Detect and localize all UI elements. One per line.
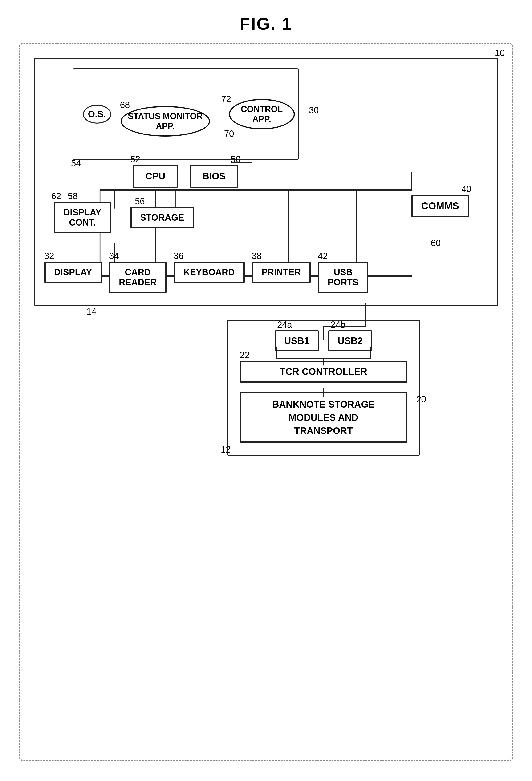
ref-32: 32 bbox=[44, 251, 54, 261]
ref-40: 40 bbox=[461, 184, 471, 194]
ref-20: 20 bbox=[416, 395, 426, 405]
ref-50: 50 bbox=[231, 154, 240, 164]
keyboard-box: KEYBOARD bbox=[173, 261, 244, 283]
card-reader-box: CARD READER bbox=[109, 261, 166, 293]
display-box: DISPLAY bbox=[44, 261, 102, 283]
page-title: FIG. 1 bbox=[240, 14, 292, 33]
usb1-box: USB1 bbox=[275, 330, 319, 351]
outer-dashed-box: 10 bbox=[19, 43, 514, 761]
usb-row: 24a USB1 24b USB2 bbox=[240, 330, 407, 351]
peripherals-row: 32 DISPLAY 34 CARD READER 36 KEYBOARD 38… bbox=[44, 261, 488, 293]
ref-38: 38 bbox=[252, 251, 262, 261]
storage-box: STORAGE bbox=[130, 207, 194, 229]
ref-24b: 24b bbox=[331, 320, 345, 330]
ref-52: 52 bbox=[130, 154, 140, 164]
ref-22: 22 bbox=[240, 350, 250, 360]
ref-14-label: 14 bbox=[87, 306, 96, 317]
os-ellipse: O.S. bbox=[83, 105, 111, 124]
comms-box: COMMS bbox=[411, 195, 469, 217]
pc-unit: O.S. 68 STATUS MONITOR APP. 72 CONTROL A… bbox=[34, 58, 498, 306]
usb-ports-box: USB PORTS bbox=[318, 261, 368, 293]
display-cont-box: DISPLAY CONT. bbox=[54, 202, 111, 233]
ref-10: 10 bbox=[495, 48, 505, 58]
ref-58: 58 bbox=[68, 191, 78, 201]
ref-30: 30 bbox=[309, 105, 319, 115]
status-monitor-ellipse: STATUS MONITOR APP. bbox=[121, 106, 210, 136]
banknote-storage-box: BANKNOTE STORAGE MODULES AND TRANSPORT bbox=[240, 392, 407, 443]
monitor-box: O.S. 68 STATUS MONITOR APP. 72 CONTROL A… bbox=[73, 68, 299, 160]
cpu-box: CPU bbox=[133, 165, 178, 188]
ref-34: 34 bbox=[109, 251, 119, 261]
ref-12: 12 bbox=[221, 445, 231, 455]
usb2-box: USB2 bbox=[328, 330, 372, 351]
tcr-controller-box: TCR CONTROLLER bbox=[240, 361, 407, 383]
ref-62: 62 bbox=[51, 191, 61, 201]
ref-24a: 24a bbox=[277, 320, 292, 330]
ref-60: 60 bbox=[431, 238, 441, 248]
bios-box: BIOS bbox=[190, 165, 238, 188]
tcr-unit: 24a USB1 24b USB2 22 TCR CONTROLLER 12 2… bbox=[227, 320, 420, 456]
control-app-ellipse: CONTROL APP. bbox=[229, 99, 295, 129]
ref-56: 56 bbox=[135, 196, 145, 206]
printer-box: PRINTER bbox=[252, 261, 311, 283]
ref-42: 42 bbox=[318, 251, 328, 261]
ref-70: 70 bbox=[224, 129, 234, 139]
ref-36: 36 bbox=[173, 251, 183, 261]
